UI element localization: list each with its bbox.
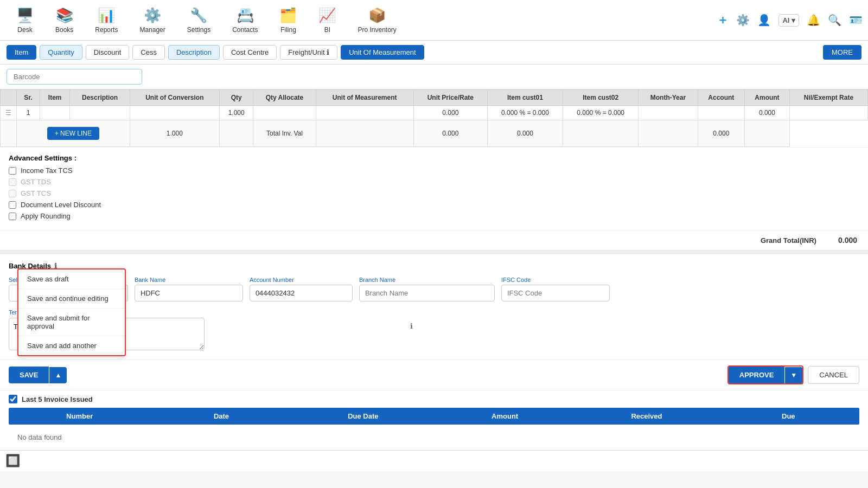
last-invoice-checkbox[interactable] bbox=[9, 395, 17, 403]
total-empty5 bbox=[745, 120, 790, 147]
save-dropdown-add[interactable]: Save and add another bbox=[18, 336, 125, 355]
cell-unit-measurement[interactable] bbox=[316, 106, 413, 120]
cell-cust02[interactable]: 0.000 % = 0.000 bbox=[563, 106, 639, 120]
save-dropdown-continue[interactable]: Save and continue editing bbox=[18, 289, 125, 309]
new-line-button[interactable]: NEW LINE bbox=[47, 127, 99, 140]
search-icon[interactable]: 🔍 bbox=[828, 14, 841, 27]
grand-total-label: Grand Total(INR) bbox=[761, 236, 816, 245]
checkbox-document-level-discount: Document Level Discount bbox=[9, 201, 859, 209]
more-button[interactable]: MORE bbox=[823, 45, 861, 60]
branch-name-input[interactable] bbox=[359, 285, 495, 301]
bottom-bar: 🔲 bbox=[0, 450, 868, 471]
settings-gear-icon[interactable]: ⚙️ bbox=[736, 14, 750, 27]
save-dropdown-toggle[interactable]: ▲ bbox=[49, 367, 67, 383]
account-number-input[interactable] bbox=[250, 285, 353, 301]
ifsc-code-input[interactable] bbox=[501, 285, 610, 301]
save-dropdown-submit[interactable]: Save and submit for approval bbox=[18, 309, 125, 336]
cell-account[interactable] bbox=[698, 106, 744, 120]
save-dropdown-draft[interactable]: Save as draft bbox=[18, 269, 125, 289]
income-tax-tcs-label: Income Tax TCS bbox=[21, 166, 73, 175]
tab-freight-unit[interactable]: Freight/Unit ℹ bbox=[280, 45, 337, 60]
nav-item-reports[interactable]: 📊 Reports bbox=[84, 3, 129, 38]
nav-label-settings: Settings bbox=[187, 26, 210, 34]
bank-name-label: Bank Name bbox=[135, 277, 243, 283]
nav-item-filing[interactable]: 🗂️ Filing bbox=[269, 3, 308, 38]
checkbox-gst-tds: GST TDS bbox=[9, 178, 859, 186]
cell-month-year[interactable] bbox=[639, 106, 698, 120]
total-qty: 1.000 bbox=[130, 120, 219, 147]
save-area: Save as draft Save and continue editing … bbox=[9, 367, 67, 383]
bank-name-input[interactable] bbox=[135, 285, 243, 301]
nav-item-contacts[interactable]: 📇 Contacts bbox=[221, 3, 269, 38]
document-level-discount-checkbox[interactable] bbox=[9, 201, 16, 209]
pro-inventory-icon: 📦 bbox=[368, 7, 386, 24]
apply-rounding-checkbox[interactable] bbox=[9, 213, 16, 220]
nav-item-pro-inventory[interactable]: 📦 Pro Inventory bbox=[347, 3, 407, 38]
nav-label-bi: BI bbox=[324, 26, 330, 34]
bank-fields: Select Bank ▼ Bank Name Account Number B… bbox=[9, 277, 859, 301]
cell-description[interactable] bbox=[70, 106, 130, 120]
tab-cost-centre[interactable]: Cost Centre bbox=[223, 45, 277, 60]
table-section: Sr. Item Description Unit of Conversion … bbox=[0, 89, 868, 147]
total-empty3 bbox=[563, 120, 639, 147]
nav-label-reports: Reports bbox=[95, 26, 118, 34]
right-action-group: APPROVE ▼ CANCEL bbox=[727, 365, 859, 384]
add-button[interactable]: ＋ bbox=[717, 12, 729, 28]
cell-amount[interactable]: 0.000 bbox=[745, 106, 790, 120]
nav-label-books: Books bbox=[55, 26, 73, 34]
desk-icon: 🖥️ bbox=[16, 7, 34, 24]
bank-details-title: Bank Details ℹ bbox=[9, 262, 859, 270]
invoice-table-header: Number Date Due Date Amount Received Due bbox=[9, 408, 859, 425]
tab-item[interactable]: Item bbox=[7, 45, 36, 60]
nav-item-settings[interactable]: 🔧 Settings bbox=[176, 3, 221, 38]
tab-quantity[interactable]: Quantity bbox=[40, 45, 82, 60]
ifsc-code-label: IFSC Code bbox=[501, 277, 610, 283]
nav-item-desk[interactable]: 🖥️ Desk bbox=[5, 3, 44, 38]
cell-item[interactable] bbox=[40, 106, 70, 120]
account-number-label: Account Number bbox=[250, 277, 353, 283]
bottom-app-icon[interactable]: 🔲 bbox=[5, 454, 20, 468]
cell-unit-conversion[interactable] bbox=[130, 106, 219, 120]
cell-qty[interactable]: 1.000 bbox=[219, 106, 253, 120]
col-nil-exempt: Nil/Exempt Rate bbox=[789, 90, 867, 106]
barcode-input[interactable] bbox=[7, 69, 142, 85]
tab-bar: Item Quantity Discount Cess Description … bbox=[0, 41, 868, 65]
terms-label: Terms and Conditions bbox=[9, 309, 859, 316]
invoice-col-number: Number bbox=[9, 412, 150, 420]
col-unit-measurement: Unit of Measurement bbox=[316, 90, 413, 106]
ai-label[interactable]: AI ▾ bbox=[778, 14, 799, 27]
checkbox-gst-tcs: GST TCS bbox=[9, 189, 859, 197]
total-amount: 0.000 bbox=[698, 120, 744, 147]
nav-item-manager[interactable]: ⚙️ Manager bbox=[129, 3, 176, 38]
save-btn-group: SAVE ▲ bbox=[9, 367, 67, 383]
cell-nil-exempt[interactable] bbox=[789, 106, 867, 120]
tab-discount[interactable]: Discount bbox=[86, 45, 130, 60]
user-icon[interactable]: 👤 bbox=[757, 14, 771, 27]
tab-description[interactable]: Description bbox=[168, 45, 220, 60]
invoice-col-due-date: Due Date bbox=[292, 412, 434, 420]
cell-qty-allocate[interactable] bbox=[253, 106, 316, 120]
tab-unit-of-measurement[interactable]: Unit Of Measurement bbox=[341, 45, 424, 60]
total-empty2 bbox=[316, 120, 413, 147]
approve-button[interactable]: APPROVE bbox=[729, 367, 785, 383]
tab-cess[interactable]: Cess bbox=[132, 45, 165, 60]
drag-handle[interactable]: ☰ bbox=[1, 106, 17, 120]
col-qty-allocate: Qty Allocate bbox=[253, 90, 316, 106]
save-button[interactable]: SAVE bbox=[9, 367, 49, 383]
nav-item-books[interactable]: 📚 Books bbox=[44, 3, 84, 38]
nav-item-bi[interactable]: 📈 BI bbox=[308, 3, 347, 38]
cancel-button[interactable]: CANCEL bbox=[808, 366, 859, 384]
cell-unit-price[interactable]: 0.000 bbox=[413, 106, 487, 120]
col-cust02: Item cust02 bbox=[563, 90, 639, 106]
profile-icon[interactable]: 🪪 bbox=[849, 14, 863, 27]
income-tax-tcs-checkbox[interactable] bbox=[9, 167, 16, 175]
notification-icon[interactable]: 🔔 bbox=[807, 14, 820, 27]
advanced-settings-section: Advanced Settings : Income Tax TCS GST T… bbox=[0, 147, 868, 230]
approve-dropdown-toggle[interactable]: ▼ bbox=[784, 367, 802, 383]
col-description: Description bbox=[70, 90, 130, 106]
approve-btn-group: APPROVE ▼ bbox=[727, 365, 803, 384]
branch-name-group: Branch Name bbox=[359, 277, 495, 301]
bank-name-group: Bank Name bbox=[135, 277, 243, 301]
cell-cust01[interactable]: 0.000 % = 0.000 bbox=[487, 106, 563, 120]
col-qty: Qty bbox=[219, 90, 253, 106]
